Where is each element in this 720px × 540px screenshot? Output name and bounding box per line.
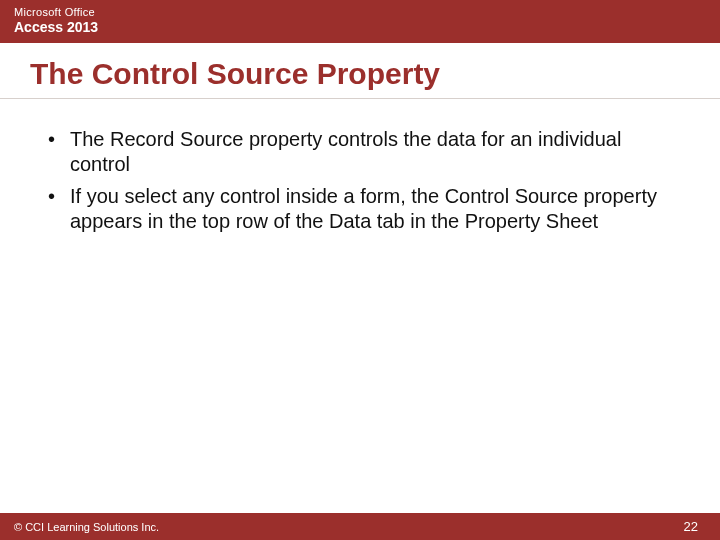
list-item: The Record Source property controls the …	[42, 127, 678, 178]
copyright-text: © CCI Learning Solutions Inc.	[14, 521, 159, 533]
brand-bottom: Access 2013	[14, 19, 706, 35]
title-area: The Control Source Property	[0, 43, 720, 99]
footer-band: © CCI Learning Solutions Inc. 22	[0, 513, 720, 540]
list-item: If you select any control inside a form,…	[42, 184, 678, 235]
slide: Microsoft Office Access 2013 The Control…	[0, 0, 720, 540]
page-number: 22	[684, 519, 698, 534]
header-band: Microsoft Office Access 2013	[0, 0, 720, 43]
bullet-list: The Record Source property controls the …	[42, 127, 678, 235]
slide-title: The Control Source Property	[30, 57, 690, 92]
brand-top: Microsoft Office	[14, 6, 706, 18]
body-area: The Record Source property controls the …	[0, 99, 720, 514]
